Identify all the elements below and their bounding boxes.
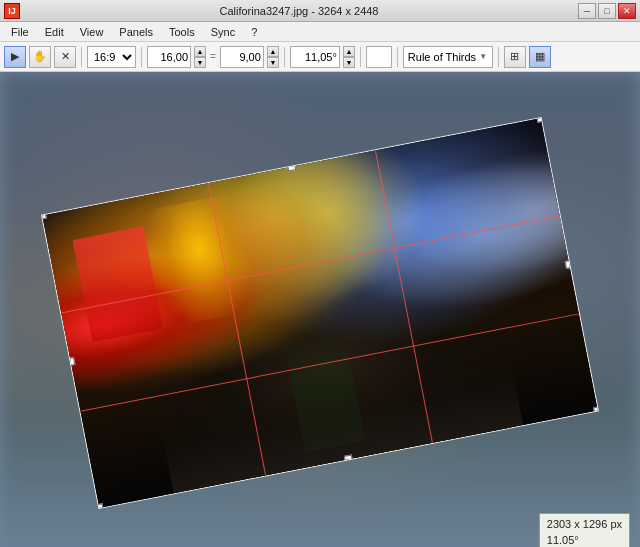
angle-down-button[interactable]: ▼ <box>343 57 355 68</box>
minimize-button[interactable]: ─ <box>578 3 596 19</box>
delete-icon: ✕ <box>61 50 70 63</box>
height-input[interactable] <box>220 46 264 68</box>
toolbar: ▶ ✋ ✕ 16:9 4:3 1:1 Free ▲ ▼ = ▲ ▼ ▲ ▼ <box>0 42 640 72</box>
width-input[interactable] <box>147 46 191 68</box>
menu-view[interactable]: View <box>73 23 111 41</box>
overlay-icon-button[interactable]: ▦ <box>529 46 551 68</box>
overlay-dropdown[interactable]: Rule of Thirds ▼ <box>403 46 493 68</box>
menu-help[interactable]: ? <box>244 23 264 41</box>
menu-tools[interactable]: Tools <box>162 23 202 41</box>
overlay-label: Rule of Thirds <box>408 51 476 63</box>
separator-6 <box>498 47 499 67</box>
canvas-area[interactable]: 2303 x 1296 px 11.05° AppJee Freeware Gr… <box>0 72 640 547</box>
height-down-button[interactable]: ▼ <box>267 57 279 68</box>
overlay-icon: ▦ <box>535 50 545 63</box>
separator-1 <box>81 47 82 67</box>
separator-2 <box>141 47 142 67</box>
aspect-ratio-select[interactable]: 16:9 4:3 1:1 Free <box>87 46 136 68</box>
angle-input[interactable] <box>290 46 340 68</box>
grid-icon: ⊞ <box>510 50 519 63</box>
color-swatch[interactable] <box>366 46 392 68</box>
menu-file[interactable]: File <box>4 23 36 41</box>
grid-icon-button[interactable]: ⊞ <box>504 46 526 68</box>
menu-sync[interactable]: Sync <box>204 23 242 41</box>
hand-icon: ✋ <box>33 50 47 63</box>
menubar: File Edit View Panels Tools Sync ? <box>0 22 640 42</box>
hand-tool-button[interactable]: ✋ <box>29 46 51 68</box>
crop-size-label: 2303 x 1296 px <box>547 517 622 532</box>
height-spinner[interactable]: ▲ ▼ <box>267 46 279 68</box>
close-button[interactable]: ✕ <box>618 3 636 19</box>
width-up-button[interactable]: ▲ <box>194 46 206 57</box>
titlebar: IJ Califorina3247.jpg - 3264 x 2448 ─ □ … <box>0 0 640 22</box>
separator-3 <box>284 47 285 67</box>
separator-5 <box>397 47 398 67</box>
delete-button[interactable]: ✕ <box>54 46 76 68</box>
width-down-button[interactable]: ▼ <box>194 57 206 68</box>
width-spinner[interactable]: ▲ ▼ <box>194 46 206 68</box>
window-title: Califorina3247.jpg - 3264 x 2448 <box>20 5 578 17</box>
pointer-tool-button[interactable]: ▶ <box>4 46 26 68</box>
menu-panels[interactable]: Panels <box>112 23 160 41</box>
app-icon: IJ <box>4 3 20 19</box>
maximize-button[interactable]: □ <box>598 3 616 19</box>
angle-up-button[interactable]: ▲ <box>343 46 355 57</box>
angle-spinner[interactable]: ▲ ▼ <box>343 46 355 68</box>
crop-angle-label: 11.05° <box>547 533 622 547</box>
dropdown-arrow-icon: ▼ <box>479 52 487 61</box>
separator-4 <box>360 47 361 67</box>
equals-sign: = <box>209 51 217 62</box>
window-controls: ─ □ ✕ <box>578 3 636 19</box>
height-up-button[interactable]: ▲ <box>267 46 279 57</box>
menu-edit[interactable]: Edit <box>38 23 71 41</box>
pointer-icon: ▶ <box>11 50 19 63</box>
crop-info-box: 2303 x 1296 px 11.05° <box>539 513 630 547</box>
